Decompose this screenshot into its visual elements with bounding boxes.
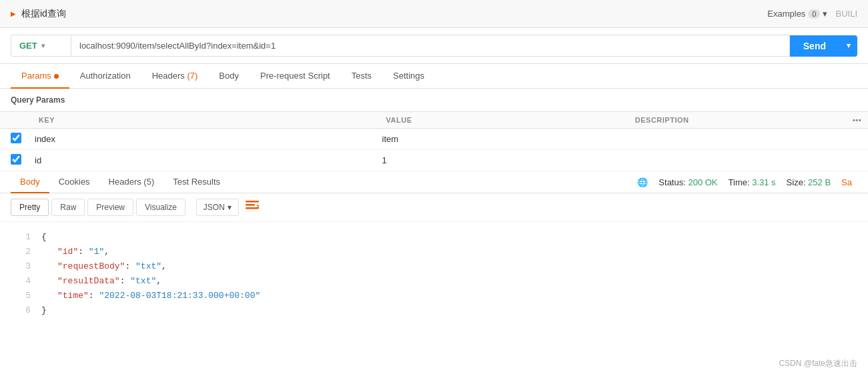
value-cell: 1 <box>376 150 624 171</box>
chevron-down-icon: ▾ <box>823 9 827 19</box>
response-tab-cookies[interactable]: Cookies <box>49 171 99 193</box>
method-label: GET <box>19 41 37 51</box>
save-button[interactable]: Sa <box>841 177 852 187</box>
checkbox-col-header <box>0 112 28 129</box>
tab-params[interactable]: Params <box>11 64 69 89</box>
json-comma: , <box>156 276 161 286</box>
more-cell <box>842 129 868 150</box>
url-input[interactable] <box>71 35 790 57</box>
top-bar: ▶ 根据id查询 Examples 0 ▾ BUILI <box>0 0 868 28</box>
key-col-header: KEY <box>28 112 376 129</box>
json-line: 5"time": "2022-08-03T18:21:33.000+00:00" <box>0 289 868 303</box>
send-label: Send <box>790 35 839 57</box>
format-select-label: JSON <box>203 203 225 212</box>
svg-rect-0 <box>246 201 259 203</box>
chevron-down-icon: ▾ <box>41 42 45 49</box>
response-tab-headers[interactable]: Headers (5) <box>99 171 164 193</box>
examples-badge: 0 <box>808 9 820 19</box>
preview-button[interactable]: Preview <box>87 199 133 216</box>
raw-button[interactable]: Raw <box>51 199 85 216</box>
json-viewer: 1{2"id": "1",3"requestBody": "txt",4"res… <box>0 222 868 327</box>
time-label: Time: 3.31 s <box>729 177 776 187</box>
send-button[interactable]: Send ▾ <box>790 35 857 57</box>
json-value: "txt" <box>135 261 161 271</box>
response-tab-test-results[interactable]: Test Results <box>163 171 230 193</box>
json-line: 6} <box>0 303 868 318</box>
json-colon: : <box>120 276 131 286</box>
line-number: 4 <box>11 274 31 289</box>
line-number: 3 <box>11 259 31 274</box>
json-indent: "resultData": "txt", <box>57 274 161 289</box>
json-punct: { <box>41 230 47 245</box>
build-button[interactable]: BUILI <box>835 9 857 19</box>
json-colon: : <box>125 261 135 271</box>
line-number: 2 <box>11 245 31 259</box>
tab-body[interactable]: Body <box>208 64 250 89</box>
response-tabs: Body Cookies Headers (5) Test Results <box>11 171 230 193</box>
tab-prerequest[interactable]: Pre-request Script <box>250 64 341 89</box>
request-name: 根据id查询 <box>21 8 66 20</box>
line-number: 5 <box>11 289 31 303</box>
json-value: "1" <box>89 247 104 257</box>
time-value: 3.31 s <box>752 177 775 187</box>
json-value: "2022-08-03T18:21:33.000+00:00" <box>99 291 260 301</box>
value-col-header: VALUE <box>376 112 624 129</box>
row-checkbox[interactable] <box>11 133 21 143</box>
json-colon: : <box>78 247 89 257</box>
json-punct: } <box>41 303 47 318</box>
line-number: 6 <box>11 303 31 318</box>
json-value: "txt" <box>130 276 156 286</box>
params-dot <box>54 74 59 79</box>
value-cell: item <box>376 129 624 150</box>
json-indent: "id": "1", <box>57 245 109 259</box>
top-bar-left: ▶ 根据id查询 <box>11 8 66 20</box>
table-row: index item <box>0 129 868 150</box>
tab-tests[interactable]: Tests <box>341 64 382 89</box>
more-col-header: ••• <box>842 112 868 129</box>
json-comma: , <box>104 247 109 257</box>
json-key: "requestBody" <box>57 261 125 271</box>
json-key: "time" <box>57 291 89 301</box>
send-dropdown-icon[interactable]: ▾ <box>840 36 857 55</box>
json-indent: "requestBody": "txt", <box>57 259 167 274</box>
format-toolbar: Pretty Raw Preview Visualize JSON ▾ <box>0 193 868 222</box>
json-comma: , <box>161 261 167 271</box>
chevron-down-icon: ▾ <box>228 203 232 212</box>
svg-rect-1 <box>246 204 255 206</box>
row-checkbox[interactable] <box>11 154 21 165</box>
table-row: id 1 <box>0 150 868 171</box>
checkbox-cell[interactable] <box>0 129 28 150</box>
tab-authorization[interactable]: Authorization <box>69 64 141 89</box>
method-select[interactable]: GET ▾ <box>11 35 71 57</box>
format-select[interactable]: JSON ▾ <box>196 199 239 216</box>
json-colon: : <box>89 291 99 301</box>
query-params-title: Query Params <box>0 89 868 111</box>
status-value: 200 OK <box>688 177 717 187</box>
desc-cell <box>624 150 842 171</box>
tab-settings[interactable]: Settings <box>382 64 435 89</box>
json-line: 2"id": "1", <box>0 245 868 259</box>
url-bar: GET ▾ Send ▾ <box>0 28 868 64</box>
json-line: 4"resultData": "txt", <box>0 274 868 289</box>
checkbox-cell[interactable] <box>0 150 28 171</box>
response-tabs-row: Body Cookies Headers (5) Test Results 🌐 … <box>0 171 868 193</box>
pretty-button[interactable]: Pretty <box>11 199 49 216</box>
request-tabs: Params Authorization Headers (7) Body Pr… <box>0 64 868 89</box>
visualize-button[interactable]: Visualize <box>136 199 185 216</box>
expand-icon[interactable]: ▶ <box>11 10 16 17</box>
tab-headers[interactable]: Headers (7) <box>141 64 209 89</box>
params-table: KEY VALUE DESCRIPTION ••• index item id … <box>0 111 868 171</box>
examples-button[interactable]: Examples 0 ▾ <box>767 9 827 19</box>
json-line: 3"requestBody": "txt", <box>0 259 868 274</box>
desc-col-header: DESCRIPTION <box>624 112 842 129</box>
key-cell: index <box>28 129 376 150</box>
desc-cell <box>624 129 842 150</box>
response-tab-body[interactable]: Body <box>11 171 49 193</box>
json-key: "resultData" <box>57 276 120 286</box>
size-label: Size: 252 B <box>787 177 831 187</box>
globe-icon[interactable]: 🌐 <box>637 177 648 187</box>
wrap-icon[interactable] <box>246 201 259 214</box>
more-cell <box>842 150 868 171</box>
status-label: Status: 200 OK <box>659 177 717 187</box>
json-line: 1{ <box>0 230 868 245</box>
